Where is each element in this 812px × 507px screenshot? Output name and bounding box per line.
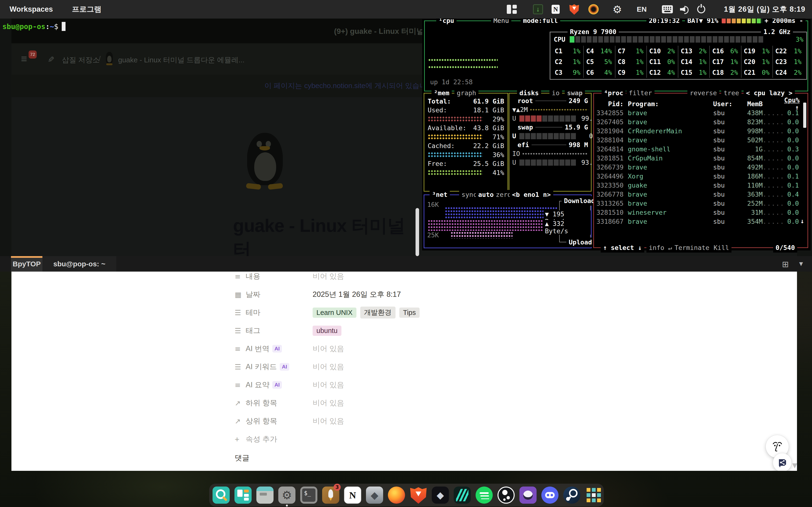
dock-item-obs-studio[interactable] bbox=[498, 487, 515, 504]
tag-badge[interactable]: Tips bbox=[399, 307, 420, 318]
property-label[interactable]: ≡AI 번역AI bbox=[235, 344, 313, 354]
gear-icon[interactable]: ⚙ bbox=[613, 3, 622, 15]
proc-reverse[interactable]: reverse bbox=[688, 88, 719, 98]
dock-item-pop-workspaces[interactable] bbox=[235, 487, 252, 504]
notion-tray-icon[interactable]: N bbox=[552, 5, 560, 14]
dock-item-settings[interactable]: ⚙ bbox=[278, 487, 296, 504]
share-chat-button[interactable] bbox=[773, 453, 792, 471]
tab-bpytop[interactable]: BpyTOP bbox=[11, 256, 42, 272]
dock-item-firefox[interactable] bbox=[388, 487, 405, 504]
programs-menu[interactable]: 프로그램 bbox=[72, 4, 101, 14]
dock-item-tana[interactable] bbox=[454, 487, 471, 504]
dock-item-obsidian[interactable]: ◆ bbox=[432, 487, 449, 504]
mem-graph-tab[interactable]: graph bbox=[454, 88, 478, 98]
proc-scrollbar-thumb[interactable] bbox=[803, 103, 806, 128]
property-value[interactable]: 비어 있음 bbox=[313, 416, 344, 426]
process-row[interactable]: 3318667bravesbu354M.....0.0 bbox=[596, 217, 806, 226]
property-value[interactable]: 비어 있음 bbox=[313, 362, 344, 372]
process-row[interactable]: 3264496Xorgsbu186M.....0.1 bbox=[596, 172, 806, 181]
proc-panel-title[interactable]: ⁴proc bbox=[602, 88, 626, 98]
tab-shell[interactable]: sbu@pop-os: ~ bbox=[42, 256, 116, 272]
scroll-chevron-icon[interactable]: ▾ bbox=[792, 459, 797, 471]
proc-terminate-control[interactable]: Terminate bbox=[672, 243, 712, 252]
dock-item-launcher-rocket[interactable]: 3 bbox=[322, 487, 339, 504]
property-value[interactable]: 비어 있음 bbox=[313, 344, 344, 354]
process-row[interactable]: 3323350guakesbu110M.....0.1 bbox=[596, 181, 806, 190]
tiling-icon[interactable] bbox=[507, 5, 517, 14]
process-row[interactable]: 3267405bravesbu823M.....0.0 bbox=[596, 117, 806, 126]
property-label[interactable]: ☰태그 bbox=[235, 326, 313, 336]
swirl-tray-icon[interactable] bbox=[588, 4, 599, 14]
refresh-interval[interactable]: + 2000ms - bbox=[762, 18, 806, 25]
hamburger-menu-icon[interactable]: ≡ bbox=[21, 53, 27, 65]
property-label[interactable]: ↗하위 항목 bbox=[235, 398, 313, 408]
terminal-prompt[interactable]: sbu@pop-os:~$ bbox=[2, 22, 65, 31]
power-icon[interactable] bbox=[697, 5, 705, 13]
net-auto-toggle[interactable]: auto bbox=[476, 190, 496, 200]
property-label[interactable]: ≡내용 bbox=[235, 272, 313, 281]
disks-swap-tab[interactable]: swap bbox=[565, 88, 585, 98]
property-label[interactable]: ☰테마 bbox=[235, 307, 313, 318]
dock-item-github-desktop[interactable] bbox=[519, 487, 537, 504]
cpu-panel-title[interactable]: ¹cpu bbox=[436, 18, 457, 25]
property-value[interactable]: ubuntu bbox=[313, 326, 342, 336]
tab-menu-chevron-icon[interactable]: ▾ bbox=[799, 259, 803, 268]
volume-icon[interactable] bbox=[680, 4, 691, 14]
brave-tray-icon[interactable] bbox=[569, 4, 579, 15]
process-row[interactable]: 3288104bravesbu502M.....0.0 bbox=[596, 135, 806, 145]
tag-badge[interactable]: 개발환경 bbox=[360, 306, 396, 319]
property-label[interactable]: ↗상위 항목 bbox=[235, 416, 313, 426]
proc-select-control[interactable]: ↑ select ↓ bbox=[601, 243, 644, 252]
keyboard-icon[interactable] bbox=[662, 5, 673, 13]
disks-panel-title[interactable]: disks bbox=[517, 88, 541, 98]
keyboard-layout-indicator[interactable]: EN bbox=[637, 5, 647, 13]
breadcrumb-page[interactable]: guake - Linux 터미널 드롭다운 에뮬레... bbox=[118, 55, 245, 65]
tag-badge[interactable]: ubuntu bbox=[313, 326, 342, 336]
dock-item-discord[interactable] bbox=[541, 487, 558, 504]
process-row[interactable]: 3342855bravesbu438M.....0.1 bbox=[596, 108, 806, 117]
dock-item-app-grid[interactable] bbox=[585, 487, 602, 504]
dock-item-terminal[interactable] bbox=[300, 487, 317, 504]
clock[interactable]: 1월 26일 (일) 오후 8:19 bbox=[724, 4, 805, 14]
dock-item-files[interactable] bbox=[256, 487, 273, 504]
property-label[interactable]: ▦날짜 bbox=[235, 289, 313, 299]
dock-item-pop-shop[interactable] bbox=[212, 487, 230, 504]
process-row[interactable]: 3266739bravesbu492M.....0.0 bbox=[596, 163, 806, 172]
proc-filter[interactable]: filter bbox=[626, 88, 655, 98]
mode-toggle[interactable]: mode:full bbox=[521, 18, 560, 25]
tray-download-icon[interactable]: ↓ bbox=[533, 4, 543, 14]
proc-kill-control[interactable]: Kill bbox=[711, 243, 731, 252]
dock-item-brave[interactable] bbox=[410, 487, 427, 504]
property-value[interactable]: 비어 있음 bbox=[313, 272, 344, 281]
tag-badge[interactable]: Learn UNIX bbox=[313, 307, 356, 318]
net-panel-title[interactable]: ³net bbox=[429, 190, 450, 200]
proc-tree[interactable]: tree bbox=[721, 88, 742, 98]
net-interface-selector[interactable]: <b eno1 n> bbox=[510, 190, 553, 200]
process-row[interactable]: 3281510wineserversbu31M.....0.0 bbox=[596, 208, 806, 217]
menu-button[interactable]: Menu bbox=[491, 18, 511, 25]
breadcrumb-root[interactable]: 삽질 저장소 bbox=[62, 55, 100, 65]
process-row[interactable]: 3266778bravesbu363M.....0.4 bbox=[596, 190, 806, 199]
proc-scroll-down-arrow[interactable]: ↓ bbox=[800, 217, 804, 225]
property-label[interactable]: ☰AI 키워드AI bbox=[235, 362, 313, 372]
property-value[interactable]: 비어 있음 bbox=[313, 380, 344, 390]
pencil-icon[interactable]: ✎ bbox=[48, 55, 55, 64]
new-tab-icon[interactable]: ⊞ bbox=[782, 260, 789, 269]
property-value[interactable]: Learn UNIX개발환경Tips bbox=[313, 306, 419, 319]
dock-item-steam[interactable] bbox=[563, 487, 580, 504]
property-value[interactable]: 2025년 1월 26일 오후 8:17 bbox=[313, 289, 401, 299]
process-row[interactable]: 3313265bravesbu252M.....0.0 bbox=[596, 199, 806, 208]
disks-io-tab[interactable]: io bbox=[549, 88, 562, 98]
browser-scrollbar[interactable] bbox=[415, 208, 419, 256]
process-row[interactable]: 3264814gnome-shellsbu1G.....0.3 bbox=[596, 145, 806, 154]
workspaces-menu[interactable]: Workspaces bbox=[9, 5, 53, 13]
dock-item-spotify[interactable] bbox=[475, 487, 493, 504]
mem-panel-title[interactable]: ²mem bbox=[432, 88, 452, 98]
dock-item-unity-hub[interactable]: ◆ bbox=[366, 487, 383, 504]
proc-info-control[interactable]: info ↵ bbox=[646, 243, 674, 252]
process-row[interactable]: 3281904CrRendererMainsbu998M.....0.0 bbox=[596, 126, 806, 135]
process-row[interactable]: 3281851CrGpuMainsbu854M.....0.0 bbox=[596, 154, 806, 163]
property-label[interactable]: ≡AI 요약AI bbox=[235, 380, 313, 390]
dock-item-notion[interactable]: N bbox=[344, 487, 361, 504]
add-property-button[interactable]: +속성 추가 bbox=[235, 430, 759, 448]
